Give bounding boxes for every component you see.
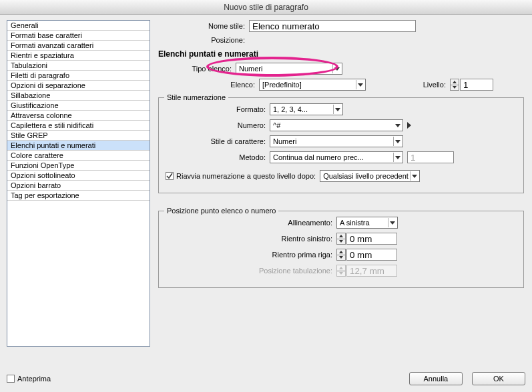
sidebar-item[interactable]: Capilettera e stili nidificati bbox=[7, 121, 150, 131]
sidebar-item[interactable]: Tabulazioni bbox=[7, 61, 150, 71]
sidebar-item[interactable]: Opzioni sottolineato bbox=[7, 171, 150, 181]
tab-position-input bbox=[346, 265, 397, 277]
list-type-select[interactable]: Numeri bbox=[236, 63, 342, 75]
level-input[interactable] bbox=[460, 79, 493, 91]
section-title: Elenchi puntati e numerati bbox=[158, 49, 525, 59]
sidebar-item[interactable]: Funzioni OpenType bbox=[7, 161, 150, 171]
list-name-select[interactable]: [Predefinito] bbox=[259, 79, 366, 91]
sidebar-item[interactable]: Colore carattere bbox=[7, 151, 150, 161]
restart-select[interactable]: Qualsiasi livello precedente bbox=[320, 170, 420, 182]
format-label: Formato: bbox=[166, 105, 266, 113]
position-label: Posizione: bbox=[158, 36, 245, 44]
sidebar-item[interactable]: Opzioni di separazione bbox=[7, 81, 150, 91]
number-flyout-icon[interactable] bbox=[407, 122, 411, 129]
sidebar-item[interactable]: Attraversa colonne bbox=[7, 111, 150, 121]
alignment-select[interactable]: A sinistra bbox=[336, 217, 398, 229]
sidebar-item[interactable]: Giustificazione bbox=[7, 101, 150, 111]
position-group: Posizione punto elenco o numero Allineam… bbox=[158, 211, 524, 288]
level-stepper[interactable] bbox=[450, 79, 459, 91]
position-legend: Posizione punto elenco o numero bbox=[164, 207, 278, 215]
numbering-style-legend: Stile numerazione bbox=[164, 93, 228, 101]
sidebar-item[interactable]: Generali bbox=[7, 21, 150, 31]
sidebar-item[interactable]: Formati base caratteri bbox=[7, 31, 150, 41]
first-line-label: Rientro prima riga: bbox=[166, 251, 332, 259]
sidebar-item[interactable]: Stile GREP bbox=[7, 131, 150, 141]
sidebar-item[interactable]: Sillabazione bbox=[7, 91, 150, 101]
char-style-label: Stile di carattere: bbox=[166, 137, 266, 145]
left-indent-stepper[interactable] bbox=[336, 233, 346, 245]
mode-label: Metodo: bbox=[166, 153, 266, 161]
sidebar-item[interactable]: Opzioni barrato bbox=[7, 181, 150, 191]
format-select[interactable]: 1, 2, 3, 4... bbox=[270, 103, 343, 115]
mode-select[interactable]: Continua dal numero prec... bbox=[270, 151, 403, 163]
category-sidebar[interactable]: GeneraliFormati base caratteriFormati av… bbox=[7, 20, 150, 347]
left-indent-input[interactable] bbox=[346, 233, 397, 245]
cancel-button[interactable]: Annulla bbox=[409, 372, 463, 385]
tab-position-label: Posizione tabulazione: bbox=[166, 267, 332, 275]
window-title: Nuovo stile di paragrafo bbox=[0, 0, 532, 15]
level-label: Livello: bbox=[366, 81, 446, 89]
style-name-input[interactable] bbox=[249, 20, 416, 32]
number-select[interactable]: ^# bbox=[270, 119, 403, 131]
sidebar-item[interactable]: Rientri e spaziatura bbox=[7, 51, 150, 61]
ok-button[interactable]: OK bbox=[472, 372, 525, 385]
start-at-input bbox=[407, 151, 454, 163]
restart-checkbox[interactable] bbox=[166, 172, 174, 180]
sidebar-item[interactable]: Filetti di paragrafo bbox=[7, 71, 150, 81]
left-indent-label: Rientro sinistro: bbox=[166, 235, 332, 243]
list-name-label: Elenco: bbox=[178, 81, 255, 89]
sidebar-item[interactable]: Formati avanzati caratteri bbox=[7, 41, 150, 51]
first-line-input[interactable] bbox=[346, 249, 397, 261]
number-label: Numero: bbox=[166, 121, 266, 129]
alignment-label: Allineamento: bbox=[166, 219, 332, 227]
char-style-select[interactable]: Numeri bbox=[270, 135, 403, 147]
sidebar-item[interactable]: Elenchi puntati e numerati bbox=[7, 141, 150, 151]
preview-checkbox[interactable] bbox=[7, 375, 15, 383]
list-type-label: Tipo elenco: bbox=[178, 65, 232, 73]
style-name-label: Nome stile: bbox=[158, 22, 245, 30]
preview-label: Anteprima bbox=[17, 375, 51, 383]
numbering-style-group: Stile numerazione Formato: 1, 2, 3, 4...… bbox=[158, 97, 524, 193]
tab-position-stepper bbox=[336, 265, 346, 277]
sidebar-item[interactable]: Tag per esportazione bbox=[7, 191, 150, 201]
restart-label: Riavvia numerazione a questo livello dop… bbox=[176, 172, 316, 180]
first-line-stepper[interactable] bbox=[336, 249, 346, 261]
